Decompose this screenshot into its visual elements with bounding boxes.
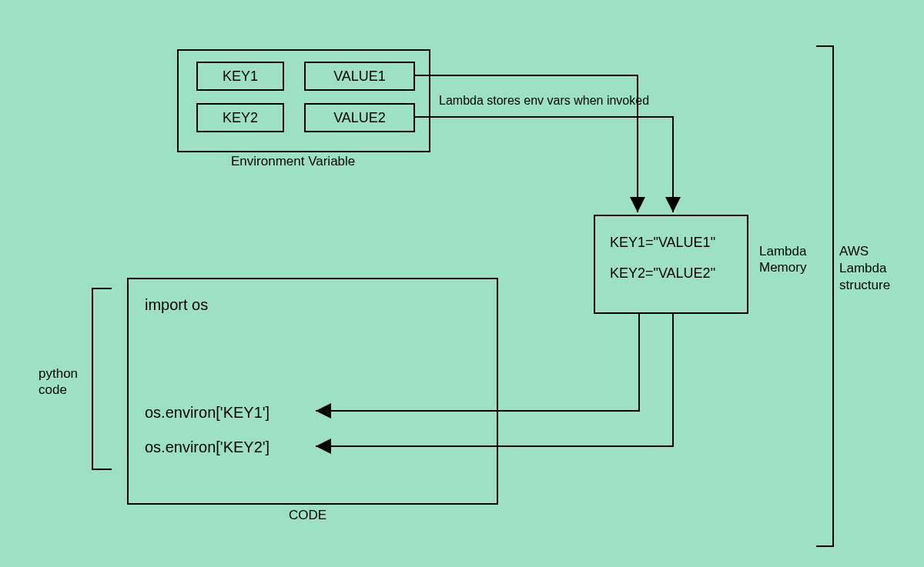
env-value1-cell: VALUE1 [304, 62, 415, 91]
arrow-note: Lambda stores env vars when invoked [439, 94, 649, 108]
env-key2-text: KEY2 [223, 110, 258, 126]
code-environ-line2: os.environ['KEY2'] [145, 439, 270, 456]
memory-box [594, 215, 748, 314]
bracket-python-code [92, 289, 112, 469]
code-import-line: import os [145, 296, 208, 314]
code-label: CODE [289, 508, 326, 523]
env-value1-text: VALUE1 [333, 68, 386, 85]
structure-label: AWS Lambda structure [839, 243, 909, 294]
env-key1-cell: KEY1 [196, 62, 284, 91]
bracket-structure [816, 46, 833, 546]
python-code-label: python code [38, 365, 92, 399]
env-key1-text: KEY1 [223, 68, 258, 85]
env-value2-cell: VALUE2 [304, 103, 415, 132]
code-environ-line1: os.environ['KEY1'] [145, 404, 270, 422]
memory-line1: KEY1="VALUE1" [610, 235, 715, 251]
memory-label: Lambda Memory [759, 243, 821, 276]
arrow-value2-to-memory [413, 117, 673, 212]
memory-line2: KEY2="VALUE2" [610, 265, 715, 282]
env-key2-cell: KEY2 [196, 103, 284, 132]
env-value2-text: VALUE2 [333, 110, 386, 126]
env-variable-label: Environment Variable [231, 154, 355, 169]
